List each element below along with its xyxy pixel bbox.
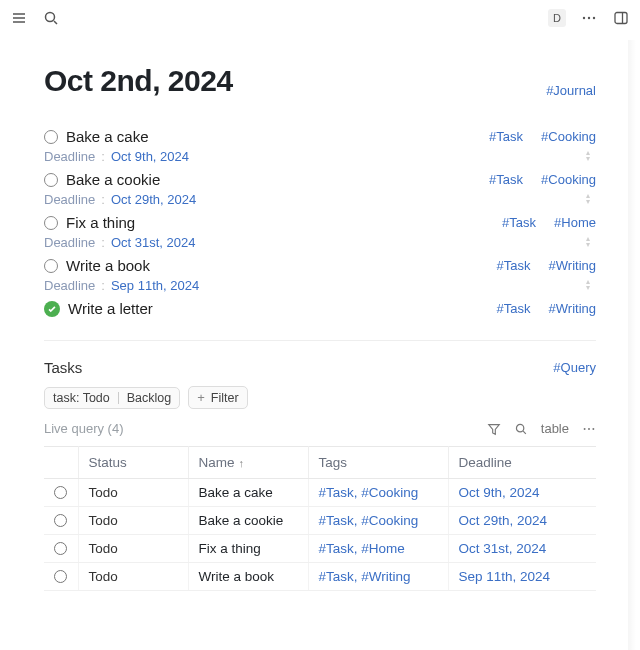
stepper-icon[interactable]: ▴▾ — [586, 148, 596, 164]
view-switcher[interactable]: table — [541, 421, 569, 436]
deadline-value[interactable]: Oct 31st, 2024 — [111, 235, 196, 250]
cell-tag[interactable]: #Task — [319, 569, 354, 584]
row-checkbox-icon[interactable] — [54, 514, 67, 527]
col-deadline[interactable]: Deadline — [448, 447, 596, 479]
task-tags: #Task#Home — [502, 215, 596, 230]
cell-checkbox — [44, 507, 78, 535]
avatar[interactable]: D — [548, 9, 566, 27]
deadline-value[interactable]: Oct 29th, 2024 — [111, 192, 196, 207]
task-left: Bake a cake — [44, 128, 149, 145]
cell-tag[interactable]: #Task — [319, 485, 354, 500]
col-name[interactable]: Name↑ — [188, 447, 308, 479]
row-checkbox-icon[interactable] — [54, 542, 67, 555]
cell-status: Todo — [78, 507, 188, 535]
cell-tags: #Task, #Writing — [308, 563, 448, 591]
cell-name[interactable]: Fix a thing — [188, 535, 308, 563]
cell-tags: #Task, #Home — [308, 535, 448, 563]
task-title[interactable]: Bake a cake — [66, 128, 149, 145]
cell-name[interactable]: Write a book — [188, 563, 308, 591]
cell-tag[interactable]: #Task — [319, 513, 354, 528]
task-tag[interactable]: #Writing — [549, 258, 596, 273]
svg-point-5 — [583, 17, 585, 19]
deadline-colon: : — [101, 235, 105, 250]
add-filter-button[interactable]: + Filter — [188, 386, 247, 409]
cell-status: Todo — [78, 535, 188, 563]
table-row[interactable]: TodoFix a thing#Task, #HomeOct 31st, 202… — [44, 535, 596, 563]
table-row[interactable]: TodoBake a cake#Task, #CookingOct 9th, 2… — [44, 479, 596, 507]
section-title: Tasks — [44, 359, 82, 376]
page-title[interactable]: Oct 2nd, 2024 — [44, 64, 233, 98]
stepper-icon[interactable]: ▴▾ — [586, 234, 596, 250]
task-tag[interactable]: #Task — [489, 172, 523, 187]
task-title[interactable]: Write a book — [66, 257, 150, 274]
cell-name[interactable]: Bake a cake — [188, 479, 308, 507]
checkbox-done-icon[interactable] — [44, 301, 60, 317]
cell-name[interactable]: Bake a cookie — [188, 507, 308, 535]
task-tag[interactable]: #Task — [497, 258, 531, 273]
col-status[interactable]: Status — [78, 447, 188, 479]
filter-row: task: Todo Backlog + Filter — [44, 386, 596, 409]
task-title[interactable]: Write a letter — [68, 300, 153, 317]
deadline-row: Deadline:Oct 29th, 2024▴▾ — [44, 191, 596, 207]
task-tag[interactable]: #Task — [489, 129, 523, 144]
filter-chip[interactable]: task: Todo Backlog — [44, 387, 180, 409]
filter-chip-part-a: task: Todo — [53, 391, 110, 405]
col-tags[interactable]: Tags — [308, 447, 448, 479]
cell-tag[interactable]: #Task — [319, 541, 354, 556]
task-tag[interactable]: #Cooking — [541, 172, 596, 187]
table-row[interactable]: TodoBake a cookie#Task, #CookingOct 29th… — [44, 507, 596, 535]
menu-icon[interactable] — [10, 9, 28, 27]
task-tags: #Task#Cooking — [489, 172, 596, 187]
task-tag[interactable]: #Home — [554, 215, 596, 230]
cell-tag[interactable]: #Home — [361, 541, 405, 556]
deadline-colon: : — [101, 149, 105, 164]
deadline-value[interactable]: Sep 11th, 2024 — [111, 278, 199, 293]
cell-deadline[interactable]: Sep 11th, 2024 — [448, 563, 596, 591]
row-checkbox-icon[interactable] — [54, 486, 67, 499]
task-title[interactable]: Fix a thing — [66, 214, 135, 231]
topbar: D — [0, 0, 640, 36]
chip-divider — [118, 392, 119, 404]
checkbox-icon[interactable] — [44, 173, 58, 187]
page-tag[interactable]: #Journal — [546, 83, 596, 98]
deadline-row: Deadline:Oct 31st, 2024▴▾ — [44, 234, 596, 250]
cell-deadline[interactable]: Oct 9th, 2024 — [448, 479, 596, 507]
sort-asc-icon: ↑ — [239, 457, 245, 469]
task-tags: #Task#Writing — [497, 301, 596, 316]
svg-point-13 — [588, 428, 590, 430]
task-tag[interactable]: #Task — [502, 215, 536, 230]
cell-tag[interactable]: #Cooking — [361, 513, 418, 528]
cell-deadline[interactable]: Oct 31st, 2024 — [448, 535, 596, 563]
task-left: Fix a thing — [44, 214, 135, 231]
task-title[interactable]: Bake a cookie — [66, 171, 160, 188]
cell-tag[interactable]: #Cooking — [361, 485, 418, 500]
task-tags: #Task#Writing — [497, 258, 596, 273]
task-tag[interactable]: #Writing — [549, 301, 596, 316]
section-tag[interactable]: #Query — [553, 360, 596, 375]
stepper-icon[interactable]: ▴▾ — [586, 277, 596, 293]
stepper-icon[interactable]: ▴▾ — [586, 191, 596, 207]
task-tag[interactable]: #Task — [497, 301, 531, 316]
table-row[interactable]: TodoWrite a book#Task, #WritingSep 11th,… — [44, 563, 596, 591]
svg-point-3 — [46, 13, 55, 22]
filter-icon[interactable] — [487, 421, 502, 436]
cell-deadline[interactable]: Oct 29th, 2024 — [448, 507, 596, 535]
panel-toggle-icon[interactable] — [612, 9, 630, 27]
more-icon-small[interactable] — [581, 421, 596, 436]
live-query-label: Live query (4) — [44, 421, 123, 436]
cell-checkbox — [44, 563, 78, 591]
task-row: Write a letter#Task#Writing — [44, 298, 596, 318]
checkbox-icon[interactable] — [44, 130, 58, 144]
task-tag[interactable]: #Cooking — [541, 129, 596, 144]
more-icon[interactable] — [580, 9, 598, 27]
deadline-value[interactable]: Oct 9th, 2024 — [111, 149, 189, 164]
row-checkbox-icon[interactable] — [54, 570, 67, 583]
cell-status: Todo — [78, 563, 188, 591]
checkbox-icon[interactable] — [44, 259, 58, 273]
search-icon-small[interactable] — [514, 421, 529, 436]
task-list: Bake a cake#Task#CookingDeadline:Oct 9th… — [44, 126, 596, 318]
search-icon[interactable] — [42, 9, 60, 27]
cell-tag[interactable]: #Writing — [361, 569, 410, 584]
cell-status: Todo — [78, 479, 188, 507]
checkbox-icon[interactable] — [44, 216, 58, 230]
